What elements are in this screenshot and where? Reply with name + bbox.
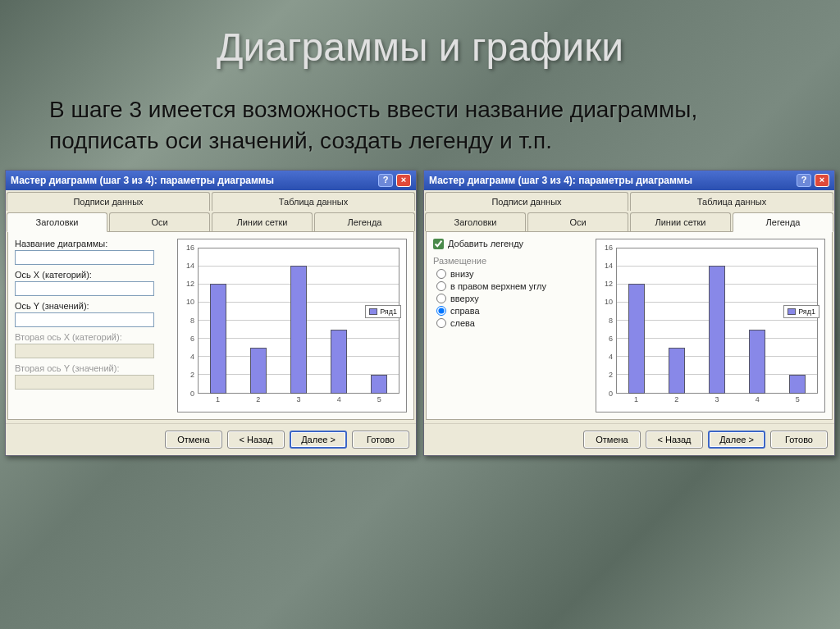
chart-bar bbox=[250, 348, 267, 394]
legend-series-label: Ряд1 bbox=[798, 308, 815, 316]
x-tick-label: 3 bbox=[714, 395, 719, 408]
y-axis-label: Ось Y (значений): bbox=[15, 301, 171, 311]
tab-legend[interactable]: Легенда bbox=[733, 212, 833, 232]
x2-axis-input bbox=[15, 344, 154, 358]
help-icon[interactable]: ? bbox=[378, 174, 393, 187]
chart-preview: 161412108642012345 Ряд1 bbox=[596, 239, 825, 412]
tab-data-labels[interactable]: Подписи данных bbox=[7, 192, 210, 211]
help-icon[interactable]: ? bbox=[797, 174, 811, 187]
window-title: Мастер диаграмм (шаг 3 из 4): параметры … bbox=[429, 175, 793, 186]
finish-button[interactable]: Готово bbox=[352, 431, 409, 449]
chart-bar bbox=[210, 284, 226, 394]
chart-bar bbox=[290, 266, 307, 394]
x-tick-label: 4 bbox=[337, 395, 341, 408]
tab-legend[interactable]: Легенда bbox=[314, 212, 415, 231]
legend-series-label: Ряд1 bbox=[380, 308, 397, 316]
y2-axis-label: Вторая ось Y (значений): bbox=[15, 363, 171, 373]
chart-bar bbox=[371, 375, 387, 393]
placement-caption: Размещение bbox=[433, 256, 589, 266]
x-tick-label: 1 bbox=[634, 395, 638, 408]
legend-swatch-icon bbox=[788, 308, 796, 315]
tab-data-table[interactable]: Таблица данных bbox=[630, 192, 833, 211]
close-icon[interactable]: × bbox=[815, 174, 829, 187]
placement-topright-radio[interactable] bbox=[436, 281, 446, 291]
chart-title-input[interactable] bbox=[15, 250, 154, 265]
chart-bar bbox=[669, 348, 685, 394]
x-tick-label: 5 bbox=[377, 395, 381, 408]
tab-titles[interactable]: Заголовки bbox=[7, 212, 107, 232]
titlebar[interactable]: Мастер диаграмм (шаг 3 из 4): параметры … bbox=[6, 171, 416, 190]
chart-bar bbox=[749, 330, 765, 394]
back-button[interactable]: < Назад bbox=[646, 431, 703, 449]
add-legend-label: Добавить легенду bbox=[448, 239, 523, 248]
slide-title: Диаграммы и графики bbox=[0, 0, 840, 78]
finish-button[interactable]: Готово bbox=[770, 431, 828, 449]
bar-chart: 161412108642012345 bbox=[181, 244, 403, 408]
chart-preview: 161412108642012345 Ряд1 bbox=[177, 239, 407, 412]
legend-form: Добавить легенду Размещение внизу в прав… bbox=[433, 239, 589, 412]
x-tick-label: 1 bbox=[216, 395, 220, 408]
placement-top-radio[interactable] bbox=[436, 294, 446, 303]
chart-bar bbox=[331, 330, 347, 394]
chart-legend: Ряд1 bbox=[783, 305, 819, 318]
chart-wizard-dialog-legend: Мастер диаграмм (шаг 3 из 4): параметры … bbox=[423, 170, 835, 456]
placement-topright-label: в правом верхнем углу bbox=[450, 281, 546, 291]
placement-bottom-label: внизу bbox=[450, 269, 473, 279]
tab-gridlines[interactable]: Линии сетки bbox=[212, 212, 313, 231]
chart-bar bbox=[628, 284, 645, 394]
close-icon[interactable]: × bbox=[396, 174, 411, 187]
tab-data-table[interactable]: Таблица данных bbox=[212, 192, 415, 211]
back-button[interactable]: < Назад bbox=[227, 431, 285, 449]
placement-top-label: вверху bbox=[450, 294, 479, 303]
chart-wizard-dialog-titles: Мастер диаграмм (шаг 3 из 4): параметры … bbox=[5, 170, 417, 456]
tab-titles[interactable]: Заголовки bbox=[425, 212, 526, 231]
titlebar[interactable]: Мастер диаграмм (шаг 3 из 4): параметры … bbox=[424, 171, 834, 190]
next-button[interactable]: Далее > bbox=[290, 431, 347, 449]
x-axis-label: Ось X (категорий): bbox=[15, 270, 171, 280]
y2-axis-input bbox=[15, 375, 154, 390]
bar-chart: 161412108642012345 bbox=[600, 244, 821, 408]
x-tick-label: 2 bbox=[256, 395, 260, 408]
chart-title-label: Название диаграммы: bbox=[15, 239, 171, 248]
tab-data-labels[interactable]: Подписи данных bbox=[425, 192, 628, 211]
chart-bar bbox=[789, 375, 806, 393]
cancel-button[interactable]: Отмена bbox=[165, 431, 222, 449]
placement-bottom-radio[interactable] bbox=[436, 269, 446, 279]
tab-gridlines[interactable]: Линии сетки bbox=[630, 212, 731, 231]
titles-form: Название диаграммы: Ось X (категорий): О… bbox=[15, 239, 171, 412]
x-tick-label: 2 bbox=[674, 395, 678, 408]
x-tick-label: 3 bbox=[296, 395, 300, 408]
y-axis-input[interactable] bbox=[15, 312, 154, 327]
placement-left-radio[interactable] bbox=[436, 318, 446, 328]
tab-axes[interactable]: Оси bbox=[109, 212, 210, 231]
placement-right-radio[interactable] bbox=[436, 306, 446, 316]
legend-swatch-icon bbox=[369, 308, 377, 315]
chart-legend: Ряд1 bbox=[365, 305, 401, 318]
placement-left-label: слева bbox=[450, 318, 475, 328]
x-axis-input[interactable] bbox=[15, 281, 154, 296]
placement-right-label: справа bbox=[450, 306, 480, 316]
x-tick-label: 5 bbox=[796, 395, 800, 408]
next-button[interactable]: Далее > bbox=[708, 431, 765, 449]
chart-bar bbox=[709, 266, 725, 394]
window-title: Мастер диаграмм (шаг 3 из 4): параметры … bbox=[11, 175, 375, 186]
slide-body-text: В шаге 3 имеется возможность ввести назв… bbox=[0, 78, 840, 165]
cancel-button[interactable]: Отмена bbox=[583, 431, 641, 449]
x2-axis-label: Вторая ось X (категорий): bbox=[15, 332, 171, 342]
add-legend-checkbox[interactable] bbox=[433, 239, 444, 249]
x-tick-label: 4 bbox=[756, 395, 760, 408]
tab-axes[interactable]: Оси bbox=[527, 212, 628, 231]
